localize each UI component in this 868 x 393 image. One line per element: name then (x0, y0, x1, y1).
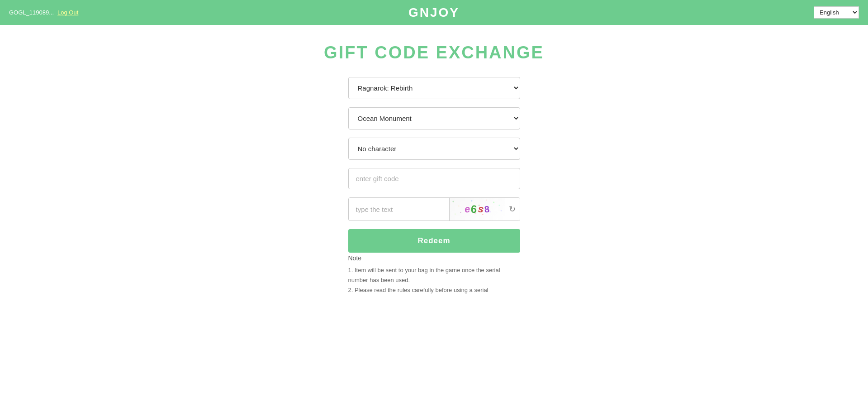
note-section: Note 1. Item will be sent to your bag in… (348, 254, 520, 295)
captcha-char-4: 8 (484, 204, 490, 215)
game-select[interactable]: Ragnarok: Rebirth (348, 77, 520, 99)
logout-link[interactable]: Log Out (57, 9, 78, 16)
site-logo: GNJOY (408, 5, 460, 20)
giftcode-input[interactable] (348, 168, 520, 189)
page-title: GIFT CODE EXCHANGE (324, 43, 544, 62)
main-content: GIFT CODE EXCHANGE Ragnarok: Rebirth Oce… (0, 25, 868, 313)
svg-point-10 (498, 205, 499, 206)
svg-point-0 (452, 201, 454, 202)
svg-point-12 (454, 214, 455, 215)
refresh-icon: ↻ (509, 204, 516, 214)
note-line-1: 1. Item will be sent to your bag in the … (348, 265, 520, 285)
svg-point-5 (500, 210, 501, 211)
note-content: 1. Item will be sent to your bag in the … (348, 265, 520, 295)
language-select[interactable]: English 한국어 日本語 中文 (814, 6, 859, 19)
captcha-input[interactable] (349, 199, 449, 220)
character-select[interactable]: No character (348, 138, 520, 160)
server-select[interactable]: Ocean Monument (348, 107, 520, 129)
header-right: English 한국어 日本語 中文 (814, 6, 859, 19)
note-line-2: 2. Please read the rules carefully befor… (348, 285, 520, 295)
note-title: Note (348, 254, 520, 262)
captcha-row: e 6 s 8 ↻ (348, 197, 520, 221)
svg-point-13 (486, 200, 487, 201)
header: GOGL_119089... Log Out GNJOY English 한국어… (0, 0, 868, 25)
captcha-char-2: 6 (470, 202, 478, 216)
header-left: GOGL_119089... Log Out (9, 9, 78, 16)
redeem-button[interactable]: Redeem (348, 229, 520, 253)
gift-code-form: Ragnarok: Rebirth Ocean Monument No char… (348, 77, 520, 253)
svg-point-4 (493, 201, 494, 203)
header-username: GOGL_119089... (9, 9, 54, 16)
captcha-chars: e 6 s 8 (465, 203, 489, 216)
svg-point-9 (458, 206, 459, 206)
captcha-image: e 6 s 8 (449, 198, 505, 220)
captcha-char-1: e (464, 203, 471, 216)
captcha-refresh-button[interactable]: ↻ (505, 198, 520, 220)
svg-point-1 (460, 212, 461, 213)
svg-point-2 (471, 200, 472, 201)
captcha-char-3: s (477, 203, 484, 215)
